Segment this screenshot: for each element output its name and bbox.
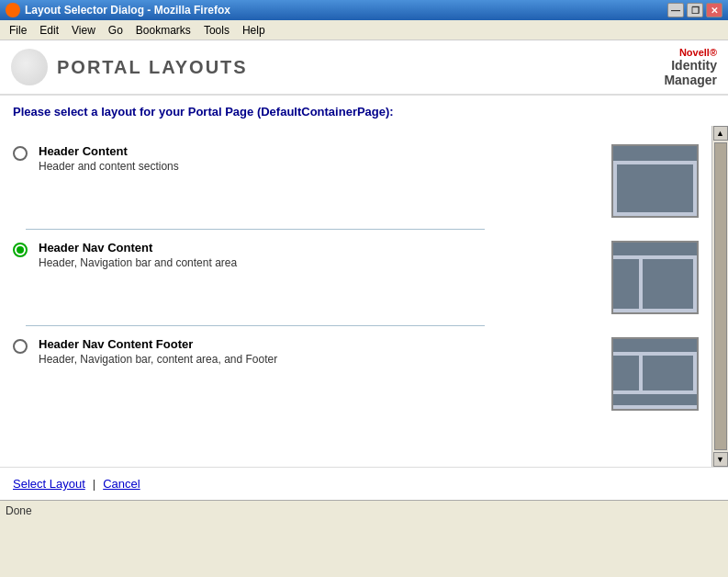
radio-hnfc[interactable] xyxy=(13,339,28,354)
brand-novell: Novell® xyxy=(664,47,717,58)
layouts-container: Header Content Header and content sectio… xyxy=(0,126,728,467)
layout-info-header-content: Header Content Header and content sectio… xyxy=(39,144,600,173)
layouts-list: Header Content Header and content sectio… xyxy=(0,126,711,467)
layout-item-header-content[interactable]: Header Content Header and content sectio… xyxy=(13,135,699,227)
titlebar: Layout Selector Dialog - Mozilla Firefox… xyxy=(0,0,728,20)
radio-header-content[interactable] xyxy=(13,146,28,161)
layout-preview-header-nav-content xyxy=(611,241,699,314)
select-layout-button[interactable]: Select Layout xyxy=(13,477,85,491)
layout-info-hnfc: Header Nav Content Footer Header, Naviga… xyxy=(39,337,600,366)
preview2-nav-bar xyxy=(613,259,639,309)
close-button[interactable]: ✕ xyxy=(706,3,722,17)
layout-preview-header-content xyxy=(611,144,699,218)
layout-info-header-nav-content: Header Nav Content Header, Navigation ba… xyxy=(39,241,600,269)
title-left: Layout Selector Dialog - Mozilla Firefox xyxy=(6,3,230,17)
menu-bookmarks[interactable]: Bookmarks xyxy=(130,22,196,39)
preview3-header-bar xyxy=(613,339,697,352)
menu-edit[interactable]: Edit xyxy=(34,22,64,39)
window-title: Layout Selector Dialog - Mozilla Firefox xyxy=(25,4,230,17)
portal-logo xyxy=(11,49,48,85)
brand-manager: Manager xyxy=(664,73,717,87)
layout-name-hnfc: Header Nav Content Footer xyxy=(39,337,600,351)
brand-identity: Identity xyxy=(664,58,717,73)
menu-file[interactable]: File xyxy=(4,22,32,39)
scroll-down-button[interactable]: ▼ xyxy=(713,452,728,467)
preview2-header-bar xyxy=(613,243,697,255)
layout-preview-hnfc xyxy=(611,337,699,411)
statusbar: Done xyxy=(0,500,728,520)
menu-help[interactable]: Help xyxy=(237,22,271,39)
divider-2 xyxy=(26,325,485,326)
layout-desc-header-nav-content: Header, Navigation bar and content area xyxy=(39,256,600,269)
button-separator: | xyxy=(93,477,95,491)
scroll-thumb[interactable] xyxy=(714,142,727,450)
instruction-text: Please select a layout for your Portal P… xyxy=(13,105,394,119)
preview-content-area xyxy=(617,164,693,212)
restore-button[interactable]: ❐ xyxy=(687,3,703,17)
layout-desc-header-content: Header and content sections xyxy=(39,160,600,173)
status-text: Done xyxy=(6,504,32,517)
menu-view[interactable]: View xyxy=(66,22,101,39)
firefox-icon xyxy=(6,3,20,17)
portal-header-left: PORTAL LAYOUTS xyxy=(11,49,248,85)
main-content: Please select a layout for your Portal P… xyxy=(0,96,728,500)
layout-item-hnfc[interactable]: Header Nav Content Footer Header, Naviga… xyxy=(13,328,699,420)
preview3-content-area xyxy=(643,356,693,390)
preview-header-bar xyxy=(613,146,697,161)
preview3-footer-bar xyxy=(613,394,697,405)
layout-desc-hnfc: Header, Navigation bar, content area, an… xyxy=(39,353,600,366)
layout-name-header-content: Header Content xyxy=(39,144,600,158)
cancel-button[interactable]: Cancel xyxy=(103,477,140,491)
preview2-content-area xyxy=(643,259,693,309)
novell-brand: Novell® Identity Manager xyxy=(664,47,717,87)
portal-header: PORTAL LAYOUTS Novell® Identity Manager xyxy=(0,40,728,96)
menu-go[interactable]: Go xyxy=(103,22,129,39)
scrollbar[interactable]: ▲ ▼ xyxy=(711,126,728,467)
layout-item-header-nav-content[interactable]: Header Nav Content Header, Navigation ba… xyxy=(13,232,699,323)
layout-name-header-nav-content: Header Nav Content xyxy=(39,241,600,255)
radio-header-nav-content[interactable] xyxy=(13,243,28,257)
window-controls[interactable]: — ❐ ✕ xyxy=(667,3,722,17)
portal-title: PORTAL LAYOUTS xyxy=(57,57,248,78)
preview3-nav-bar xyxy=(613,356,639,390)
menubar: File Edit View Go Bookmarks Tools Help xyxy=(0,20,728,40)
footer-buttons: Select Layout | Cancel xyxy=(0,467,728,500)
menu-tools[interactable]: Tools xyxy=(198,22,235,39)
divider-1 xyxy=(26,229,485,230)
scroll-up-button[interactable]: ▲ xyxy=(713,126,728,141)
minimize-button[interactable]: — xyxy=(667,3,684,17)
instruction-bar: Please select a layout for your Portal P… xyxy=(0,96,728,126)
